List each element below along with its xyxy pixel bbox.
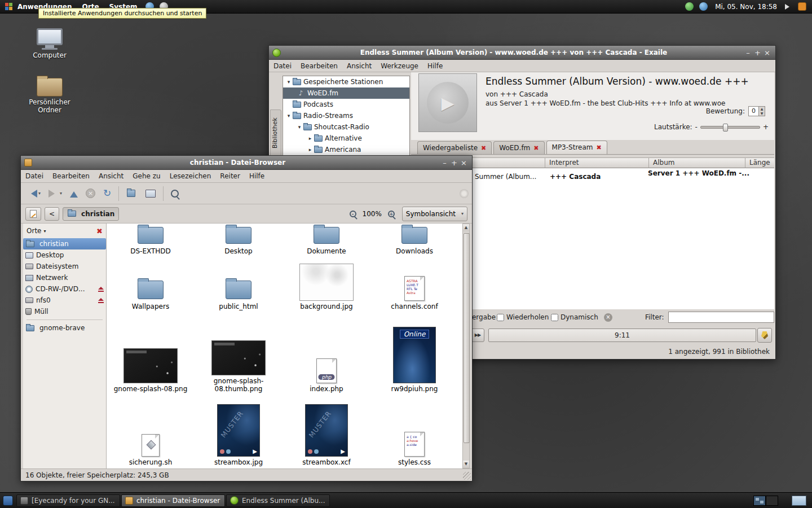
menu-reiter[interactable]: Reiter [215,170,245,182]
tab-close-icon[interactable] [533,144,539,152]
tree-item-gespeicherte-stationen[interactable]: Gespeicherte Stationen [283,76,409,87]
tree-item-woedfm[interactable]: ♪ WoED.fm [283,87,409,99]
sidebar-tab-bibliothek[interactable]: Bibliothek [270,110,281,157]
zoom-in-button[interactable]: + [385,206,398,222]
column-interpret[interactable]: Interpret [545,157,649,168]
scroll-up-icon[interactable]: ▲ [463,224,469,231]
scrollbar-thumb[interactable] [464,233,470,443]
place-dateisystem[interactable]: Dateisystem [23,261,106,272]
file-downloads[interactable]: Downloads [370,224,458,255]
maximize-button[interactable]: + [449,158,459,168]
scroll-down-icon[interactable]: ▼ [463,461,469,468]
clear-button[interactable] [757,328,772,343]
eject-icon[interactable] [98,287,104,292]
dynamic-checkbox[interactable] [551,314,558,321]
view-mode-select[interactable]: Symbolansicht [402,207,467,221]
menu-werkzeuge[interactable]: Werkzeuge [376,60,423,72]
volume-slider[interactable] [700,126,760,129]
place-desktop[interactable]: Desktop [23,249,106,261]
workspace-2[interactable] [766,496,778,506]
seek-bar[interactable]: 9:11 [488,329,756,342]
expander-icon[interactable] [296,124,303,130]
tab-close-icon[interactable] [597,143,602,151]
volume-icon[interactable] [785,4,792,10]
show-desktop-button[interactable] [792,496,806,506]
close-button[interactable]: × [762,48,772,58]
filebrowser-titlebar[interactable]: christian - Datei-Browser – + × [21,156,472,170]
task-filebrowser[interactable]: christian - Datei-Browser [121,494,225,507]
tree-item-americana[interactable]: Americana [283,144,409,155]
tab-mp3-stream[interactable]: MP3-Stream [546,141,607,154]
task-exaile[interactable]: Endless Summer (Albu... [226,494,330,507]
expander-icon[interactable] [307,135,314,141]
zoom-out-button[interactable]: - [347,206,359,222]
place-cdrw-dvd[interactable]: CD-RW-/DVD... [23,283,106,295]
place-netzwerk[interactable]: Netzwerk [23,272,106,283]
workspace-1[interactable] [753,496,766,506]
close-button[interactable]: × [459,158,469,168]
exaile-titlebar[interactable]: Endless Summer (Album Version) - www.woe… [269,46,775,60]
file-index-php[interactable]: php index.php [283,317,370,393]
volume-minus[interactable]: - [695,123,698,131]
next-track-button[interactable] [471,329,484,342]
up-button[interactable] [67,186,81,202]
applications-menu-icon[interactable] [5,3,12,11]
file-streambox-jpg[interactable]: MUSTER ▶ streambox.jpg [195,396,283,466]
file-channels-conf[interactable]: ASTRA LUXE.T RTL Te Astra channels.conf [370,260,458,310]
menu-lesezeichen[interactable]: Lesezeichen [165,170,216,182]
menu-hilfe[interactable]: Hilfe [245,170,269,182]
file-sicherung-sh[interactable]: sicherung.sh [107,396,195,466]
menu-ansicht[interactable]: Ansicht [94,170,128,182]
file-gnome-splash-thumb-png[interactable]: gnome-splash-08.thumb.png [195,317,283,393]
menu-datei[interactable]: Datei [21,170,48,182]
home-button[interactable] [123,186,140,202]
file-streambox-xcf[interactable]: MUSTER ▶ streambox.xcf [283,396,370,466]
taskbar-launcher-icon[interactable] [3,496,13,506]
desktop-icon-home[interactable]: Persönlicher Ordner [19,75,81,114]
filter-input[interactable] [668,312,774,323]
menu-bearbeiten[interactable]: Bearbeiten [48,170,94,182]
menu-datei[interactable]: Datei [269,60,296,72]
file-grid[interactable]: DS-EXTHDD Desktop Dokumente Downloads [107,224,462,468]
vertical-scrollbar[interactable]: ▲ ▼ [462,224,470,468]
expander-icon[interactable] [307,147,314,152]
file-ds-exthdd[interactable]: DS-EXTHDD [107,224,195,255]
tree-item-radio-streams[interactable]: Radio-Streams [283,110,409,121]
back-button[interactable] [24,186,43,202]
place-muell[interactable]: Müll [23,306,106,317]
status-icon[interactable] [699,2,708,11]
crumb-left-button[interactable]: < [45,207,59,221]
clock[interactable]: Mi, 05. Nov, 18:58 [710,3,782,11]
tab-wiedergabeliste[interactable]: Wiedergabeliste [417,141,492,154]
menu-bearbeiten[interactable]: Bearbeiten [296,60,342,72]
tab-woedfm[interactable]: WoED.fm [493,141,544,154]
resize-grip[interactable] [463,472,471,480]
file-dokumente[interactable]: Dokumente [283,224,370,255]
expander-icon[interactable] [285,113,292,119]
minimize-button[interactable]: – [743,48,753,58]
task-eyecandy[interactable]: [Eyecandy for your GN... [16,494,120,507]
tree-item-podcasts[interactable]: Podcasts [283,99,409,110]
tree-item-alternative[interactable]: Alternative [283,133,409,144]
spinner-arrows-icon[interactable]: ▲▼ [758,107,765,116]
place-christian[interactable]: christian [23,238,106,249]
computer-button[interactable] [143,186,158,202]
file-background-jpg[interactable]: background.jpg [283,260,370,310]
file-rw9dpiuh-png[interactable]: Online rw9dpiuh.png [370,317,458,393]
forward-button[interactable] [46,186,65,202]
file-wallpapers[interactable]: Wallpapers [107,260,195,310]
file-desktop[interactable]: Desktop [195,224,283,255]
minimize-button[interactable]: – [440,158,449,168]
menu-ansicht[interactable]: Ansicht [342,60,376,72]
file-gnome-splash-png[interactable]: gnome-splash-08.png [107,317,195,393]
places-header[interactable]: Orte ▾ ✖ [23,224,106,238]
volume-slider-thumb[interactable] [723,124,728,132]
volume-plus[interactable]: + [763,123,769,131]
file-public-html[interactable]: public_html [195,260,283,310]
network-status-icon[interactable] [685,2,694,11]
file-styles-css[interactable]: a { co a:hove a.side styles.css [370,396,458,466]
clear-playlist-icon[interactable]: × [604,313,612,322]
repeat-checkbox[interactable] [497,314,504,321]
tree-item-shoutcast-radio[interactable]: Shoutcast-Radio [283,121,409,133]
place-gnome-brave[interactable]: gnome-brave [23,322,106,334]
